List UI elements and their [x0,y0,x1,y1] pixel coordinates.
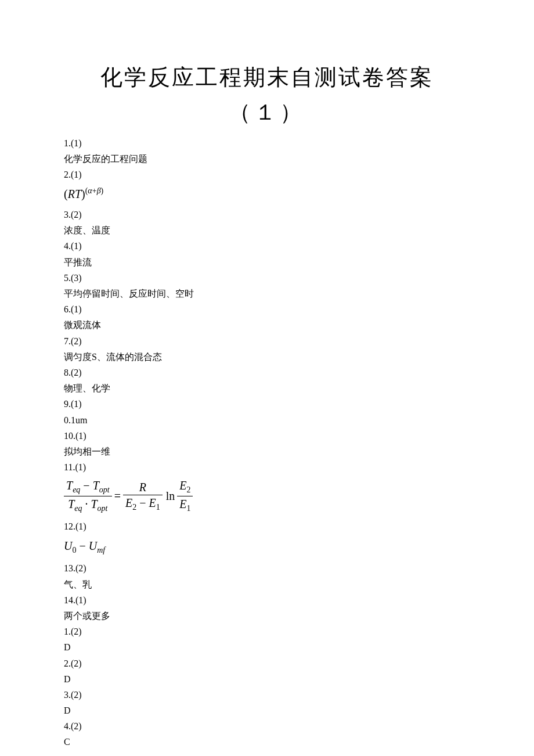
item-answer: 0.1um [64,412,470,428]
item-number: 7.(2) [64,333,470,349]
item-number: 1.(1) [64,135,470,151]
item-number: 5.(3) [64,270,470,286]
item-answer: 拟均相一维 [64,444,470,459]
item-number: 13.(2) [64,560,470,576]
item-answer: 物理、化学 [64,380,470,396]
page-title: 化学反应工程期末自测试卷答案 [64,64,470,92]
item-answer: 两个或更多 [64,608,470,624]
item-answer: 气、乳 [64,577,470,592]
item-number: 6.(1) [64,301,470,317]
item-answer: 微观流体 [64,317,470,333]
item-answer: D [64,639,470,655]
item-number: 8.(2) [64,365,470,380]
item-number: 12.(1) [64,519,470,534]
item-answer: D [64,671,470,687]
item-answer: 平均停留时间、反应时间、空时 [64,286,470,301]
item-answer: 浓度、温度 [64,222,470,238]
item-number: 4.(2) [64,718,470,734]
item-number: 4.(1) [64,238,470,254]
document-page: 化学反应工程期末自测试卷答案 （１） 1.(1) 化学反应的工程问题 2.(1)… [0,0,534,756]
item-number: 1.(2) [64,624,470,639]
item-answer-formula: Teq − Topt Teq · Topt = R E2 − E1 ln E2 … [64,478,470,514]
item-answer-formula: (RT)(α+β) [64,185,470,203]
item-answer-formula: U0 − Umf [64,537,470,557]
item-answer: 调匀度S、流体的混合态 [64,349,470,365]
item-number: 3.(2) [64,687,470,703]
item-number: 2.(1) [64,167,470,182]
item-number: 14.(1) [64,592,470,608]
item-answer: C [64,734,470,750]
item-number: 10.(1) [64,428,470,444]
item-answer: 平推流 [64,254,470,270]
item-answer: D [64,703,470,718]
item-answer: 化学反应的工程问题 [64,151,470,167]
item-number: 3.(2) [64,207,470,222]
page-subtitle: （１） [64,98,470,127]
item-number: 11.(1) [64,459,470,475]
item-number: 2.(2) [64,656,470,671]
item-number: 9.(1) [64,396,470,412]
